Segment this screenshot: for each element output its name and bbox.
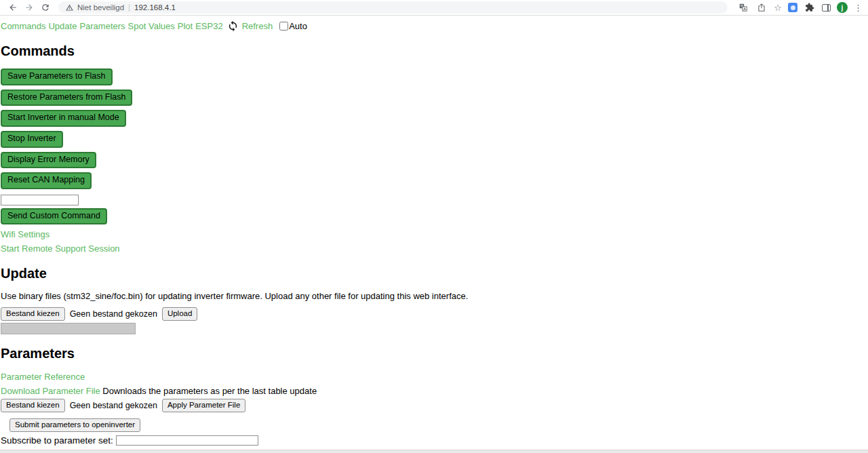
translate-icon[interactable]	[737, 1, 749, 14]
nav-link-spot-values[interactable]: Spot Values	[128, 21, 175, 31]
download-parameter-file-link[interactable]: Download Parameter File	[1, 386, 100, 396]
nav-link-commands[interactable]: Commands	[1, 21, 45, 31]
browser-toolbar: Niet beveiligd 192.168.4.1 ☆ j ⋮	[0, 0, 868, 16]
download-note: Downloads the parameters as per the last…	[102, 386, 317, 396]
auto-refresh-checkbox[interactable]	[279, 22, 288, 31]
commands-heading: Commands	[1, 43, 868, 59]
save-parameters-flash-button[interactable]: Save Parameters to Flash	[1, 68, 113, 85]
wifi-settings-link[interactable]: Wifi Settings	[1, 229, 50, 239]
extension-blue-icon[interactable]	[788, 3, 797, 12]
url-text: 192.168.4.1	[134, 3, 176, 12]
forward-icon[interactable]	[23, 1, 35, 14]
warning-icon	[65, 3, 74, 12]
page-content: Commands Update Parameters Spot Values P…	[0, 16, 868, 453]
send-custom-command-button[interactable]: Send Custom Command	[1, 208, 107, 225]
top-nav: Commands Update Parameters Spot Values P…	[1, 20, 868, 32]
upload-progress-bar	[1, 323, 136, 334]
side-panel-icon[interactable]	[822, 4, 831, 12]
nav-link-update[interactable]: Update	[48, 21, 77, 31]
submit-parameters-button[interactable]: Submit parameters to openinverter	[9, 418, 140, 432]
profile-avatar[interactable]: j	[837, 2, 848, 13]
security-label: Niet beveiligd	[77, 3, 124, 12]
nav-link-esp32[interactable]: ESP32	[195, 21, 222, 31]
nav-link-parameters[interactable]: Parameters	[79, 21, 125, 31]
apply-parameter-file-button[interactable]: Apply Parameter File	[162, 399, 245, 412]
update-file-status: Geen bestand gekozen	[70, 309, 157, 319]
extensions-puzzle-icon[interactable]	[804, 1, 816, 14]
parameters-choose-file-button[interactable]: Bestand kiezen	[1, 399, 65, 412]
menu-kebab-icon[interactable]: ⋮	[854, 3, 863, 12]
parameter-reference-link[interactable]: Parameter Reference	[1, 372, 85, 382]
reset-can-mapping-button[interactable]: Reset CAN Mapping	[1, 172, 92, 189]
subscribe-input[interactable]	[116, 435, 258, 446]
subscribe-row: Subscribe to parameter set:	[1, 435, 868, 446]
start-inverter-manual-button[interactable]: Start Inverter in manual Mode	[1, 110, 126, 127]
nav-link-plot[interactable]: Plot	[178, 21, 193, 31]
upload-button[interactable]: Upload	[162, 307, 197, 321]
bookmark-star-icon[interactable]: ☆	[774, 3, 782, 12]
table-header-edge	[0, 450, 868, 453]
stop-inverter-button[interactable]: Stop Inverter	[1, 131, 63, 148]
auto-label: Auto	[289, 21, 307, 31]
update-heading: Update	[1, 266, 868, 281]
reload-icon[interactable]	[39, 1, 52, 14]
omnibox-divider	[129, 4, 130, 12]
update-choose-file-button[interactable]: Bestand kiezen	[1, 307, 65, 321]
remote-support-link[interactable]: Start Remote Support Session	[1, 243, 120, 254]
sync-icon[interactable]	[227, 20, 239, 32]
parameters-file-status: Geen bestand gekozen	[70, 401, 157, 410]
back-icon[interactable]	[7, 1, 19, 14]
parameters-file-row: Bestand kiezen Geen bestand gekozen Appl…	[1, 399, 868, 412]
display-error-memory-button[interactable]: Display Error Memory	[1, 152, 96, 169]
restore-parameters-flash-button[interactable]: Restore Parameters from Flash	[1, 90, 132, 106]
subscribe-label: Subscribe to parameter set:	[1, 435, 113, 446]
parameters-heading: Parameters	[1, 346, 868, 361]
update-description: Use binary files (stm32_sine/foc.bin) fo…	[1, 291, 868, 301]
refresh-link[interactable]: Refresh	[242, 21, 273, 31]
custom-command-input[interactable]	[1, 195, 79, 205]
address-bar[interactable]: Niet beveiligd 192.168.4.1	[58, 1, 728, 14]
share-icon[interactable]	[755, 1, 768, 14]
update-file-row: Bestand kiezen Geen bestand gekozen Uplo…	[1, 307, 868, 321]
